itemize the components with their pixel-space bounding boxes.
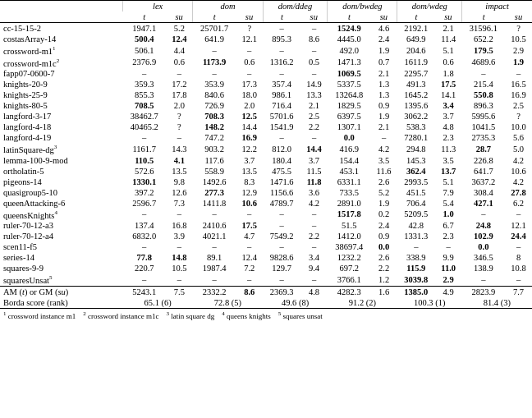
- data-cell: 10.8: [505, 263, 532, 273]
- data-cell: ?: [505, 23, 532, 34]
- data-cell: 2.4: [370, 34, 397, 44]
- data-cell: 28.7: [462, 143, 505, 155]
- data-cell: –: [263, 273, 300, 286]
- data-cell: 4.4: [166, 44, 193, 57]
- data-cell: 24.8: [462, 220, 505, 231]
- lex-su-header: su: [166, 11, 193, 23]
- data-cell: 0.6: [166, 57, 193, 69]
- instance-header: [0, 1, 123, 23]
- table-row: scen11-f5––––––38697.40.0––0.0–: [0, 241, 532, 252]
- data-cell: 115.9: [397, 263, 435, 273]
- data-cell: 3.9: [166, 231, 193, 241]
- dom-su-header: su: [236, 11, 263, 23]
- data-cell: 895.3: [263, 34, 300, 44]
- data-cell: –: [263, 132, 300, 143]
- instance-name: crossword-m1c2: [0, 57, 123, 69]
- table-row: ortholatin-5572.613.5558.913.5475.511.54…: [0, 166, 532, 177]
- data-cell: 357.4: [263, 79, 300, 90]
- data-cell: 1471.3: [328, 57, 370, 69]
- data-cell: 2.9: [435, 273, 462, 286]
- data-cell: 14.4: [300, 143, 328, 155]
- am-gm-label: AM (t) or GM (su): [0, 286, 123, 297]
- data-cell: –: [123, 209, 166, 221]
- data-cell: –: [123, 132, 166, 143]
- dombwdeg-t-header: t: [328, 11, 370, 23]
- data-cell: 2.5: [300, 111, 328, 122]
- data-cell: 277.3: [193, 187, 236, 198]
- data-cell: 1.8: [435, 68, 462, 79]
- data-cell: 492.0: [328, 44, 370, 57]
- data-cell: 3039.8: [397, 273, 435, 286]
- dom-header: dom: [193, 1, 263, 12]
- table-row: langford-4-19––747.216.9––0.0–7280.12.32…: [0, 132, 532, 143]
- data-cell: ?: [505, 111, 532, 122]
- data-cell: 14.1: [435, 90, 462, 100]
- domwdeg-su-header: su: [435, 11, 462, 23]
- data-cell: 346.5: [462, 252, 505, 263]
- instance-name: pigeons-14: [0, 177, 123, 187]
- data-cell: 16.8: [166, 220, 193, 231]
- data-cell: 220.7: [123, 263, 166, 273]
- lex-header: lex: [123, 1, 193, 12]
- dombwdeg-header: dom/bwdeg: [328, 1, 397, 12]
- instance-name: knights-20-9: [0, 79, 123, 90]
- group-header-row: lex dom dom/ddeg dom/bwdeg dom/wdeg impa…: [0, 1, 532, 12]
- table-row: langford-4-1840465.2?148.214.41541.92.21…: [0, 122, 532, 132]
- data-cell: 1069.5: [328, 68, 370, 79]
- data-cell: 77.8: [123, 252, 166, 263]
- domddeg-header: dom/ddeg: [263, 1, 328, 12]
- data-cell: 308.4: [462, 187, 505, 198]
- data-cell: 0.6: [236, 57, 263, 69]
- data-cell: 51.5: [328, 220, 370, 231]
- data-cell: 726.9: [193, 100, 236, 111]
- data-cell: 215.4: [462, 79, 505, 90]
- table-row: pigeons-141330.19.81492.68.31471.611.863…: [0, 177, 532, 187]
- data-cell: 14.3: [166, 143, 193, 155]
- data-cell: 3062.2: [397, 111, 435, 122]
- instance-name: fapp07-0600-7: [0, 68, 123, 79]
- data-cell: 204.6: [397, 44, 435, 57]
- am-gm-impact-su: 7.7: [505, 286, 532, 297]
- data-cell: 2993.5: [397, 177, 435, 187]
- data-cell: 89.1: [193, 252, 236, 263]
- data-cell: 7549.2: [263, 231, 300, 241]
- data-cell: 12.1: [505, 220, 532, 231]
- data-cell: 2.4: [370, 220, 397, 231]
- data-cell: ?: [236, 23, 263, 34]
- data-cell: 812.0: [263, 143, 300, 155]
- data-cell: 500.4: [123, 34, 166, 44]
- data-cell: 0.0: [462, 241, 505, 252]
- instance-name: knights-25-9: [0, 90, 123, 100]
- data-cell: 1.0: [435, 209, 462, 221]
- instance-name: knights-80-5: [0, 100, 123, 111]
- data-cell: 24.4: [505, 231, 532, 241]
- data-cell: 5.0: [505, 143, 532, 155]
- data-cell: 1947.1: [123, 23, 166, 34]
- data-cell: 2.0: [236, 100, 263, 111]
- data-cell: 641.7: [462, 166, 505, 177]
- data-cell: 138.9: [462, 263, 505, 273]
- data-cell: 2.1: [370, 122, 397, 132]
- data-cell: 137.4: [123, 220, 166, 231]
- table-row: squares-9-9220.710.51987.47.2129.79.4697…: [0, 263, 532, 273]
- data-cell: 42.8: [397, 220, 435, 231]
- data-cell: –: [505, 68, 532, 79]
- data-cell: 7.2: [236, 263, 263, 273]
- data-cell: 4.6: [370, 23, 397, 34]
- data-cell: 14.4: [236, 122, 263, 132]
- data-cell: 1.2: [370, 273, 397, 286]
- data-cell: –: [166, 241, 193, 252]
- data-cell: 506.1: [123, 44, 166, 57]
- data-cell: 491.3: [397, 79, 435, 90]
- data-cell: 706.4: [397, 198, 435, 209]
- data-cell: –: [505, 273, 532, 286]
- data-cell: 708.3: [193, 111, 236, 122]
- data-cell: 17.8: [166, 90, 193, 100]
- data-cell: 1041.5: [462, 122, 505, 132]
- table-row: knights-20-9359.317.2353.917.3357.414.95…: [0, 79, 532, 90]
- data-cell: –: [166, 273, 193, 286]
- data-cell: –: [263, 241, 300, 252]
- instance-name: costasArray-14: [0, 34, 123, 44]
- data-cell: –: [193, 273, 236, 286]
- data-cell: 1541.9: [263, 122, 300, 132]
